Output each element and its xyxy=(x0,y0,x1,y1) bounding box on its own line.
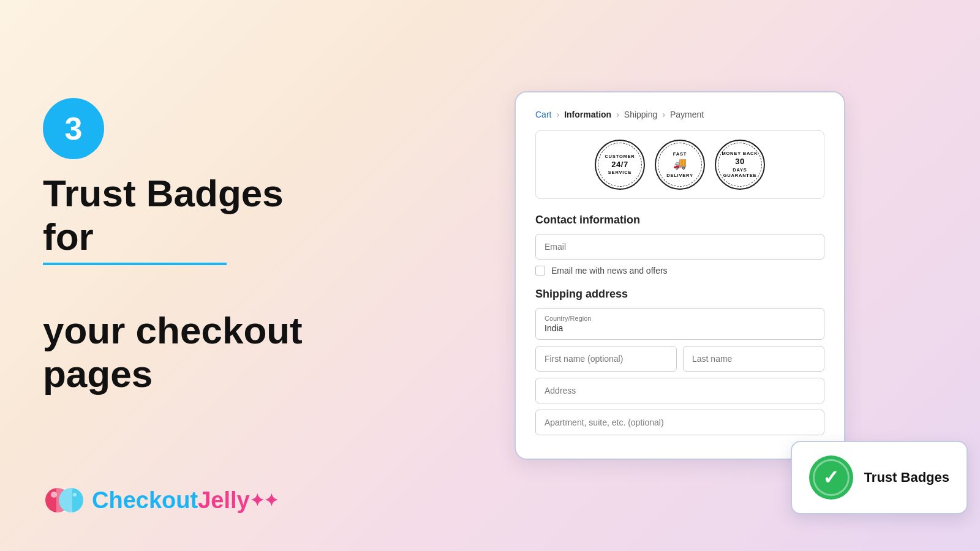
badge1-line2: 24/7 xyxy=(611,160,628,170)
address-field[interactable] xyxy=(535,378,824,403)
badge-money-back: MONEY BACK 30 DAYS GUARANTEE xyxy=(715,140,765,190)
badge3-line3: DAYS xyxy=(733,167,747,173)
checkout-card: Cart › Information › Shipping › Payment … xyxy=(514,91,845,460)
svg-point-3 xyxy=(51,492,57,498)
logo-dots: ✦✦ xyxy=(250,490,278,511)
right-panel: Cart › Information › Shipping › Payment … xyxy=(404,0,980,551)
svg-rect-2 xyxy=(56,488,72,512)
country-value: India xyxy=(545,323,815,333)
step-number-text: 3 xyxy=(65,110,83,147)
contact-section-title: Contact information xyxy=(535,214,824,227)
trust-badge-card: ✓ Trust Badges xyxy=(791,441,968,514)
country-label: Country/Region xyxy=(545,315,815,322)
apartment-field[interactable] xyxy=(535,410,824,435)
trust-badge-green-icon: ✓ xyxy=(809,455,853,500)
left-panel: 3 Trust Badges for your checkout pages C… xyxy=(0,0,404,551)
last-name-field[interactable] xyxy=(683,346,824,372)
checkmark-icon: ✓ xyxy=(823,466,839,489)
country-field[interactable]: Country/Region India xyxy=(535,308,824,340)
title-line2: your checkout xyxy=(43,309,303,351)
newsletter-label: Email me with news and offers xyxy=(551,266,668,276)
logo-checkout-text: Checkout xyxy=(92,487,198,514)
badge1-line3: SERVICE xyxy=(608,170,631,176)
svg-point-4 xyxy=(73,493,77,497)
badge2-line1: FAST xyxy=(673,151,687,157)
logo-jelly-text: Jelly xyxy=(198,487,250,514)
badge-customer-service: CUSTOMER 24/7 SERVICE xyxy=(595,140,645,190)
breadcrumb-information: Information xyxy=(564,110,611,119)
title-underline xyxy=(43,263,227,265)
step-number-badge: 3 xyxy=(43,98,104,159)
email-field[interactable] xyxy=(535,234,824,260)
breadcrumb-sep-2: › xyxy=(616,110,619,119)
breadcrumb-payment: Payment xyxy=(670,110,704,119)
trust-badges-row: CUSTOMER 24/7 SERVICE FAST 🚚 DELIVERY MO… xyxy=(535,130,824,199)
logo-text: Checkout Jelly✦✦ xyxy=(92,487,278,514)
breadcrumb-shipping: Shipping xyxy=(624,110,658,119)
shipping-section-title: Shipping address xyxy=(535,288,824,301)
breadcrumb-cart[interactable]: Cart xyxy=(535,110,551,119)
newsletter-row[interactable]: Email me with news and offers xyxy=(535,266,824,276)
first-name-field[interactable] xyxy=(535,346,677,372)
badge1-line1: CUSTOMER xyxy=(605,154,635,160)
logo-pill-icon xyxy=(43,486,86,514)
brand-logo: Checkout Jelly✦✦ xyxy=(43,486,278,514)
title-line3: pages xyxy=(43,353,153,395)
badge3-line1: MONEY BACK xyxy=(722,151,758,157)
breadcrumb: Cart › Information › Shipping › Payment xyxy=(535,110,824,119)
trust-badge-label: Trust Badges xyxy=(864,470,949,485)
newsletter-checkbox[interactable] xyxy=(535,266,545,276)
badge-fast-delivery: FAST 🚚 DELIVERY xyxy=(655,140,705,190)
breadcrumb-sep-1: › xyxy=(556,110,559,119)
name-field-group xyxy=(535,346,824,372)
title-line1: Trust Badges for xyxy=(43,172,284,258)
badge3-line4: GUARANTEE xyxy=(723,173,757,179)
badge2-truck-icon: 🚚 xyxy=(673,157,687,171)
badge2-line3: DELIVERY xyxy=(666,173,693,179)
badge3-line2: 30 xyxy=(735,157,744,167)
main-title: Trust Badges for your checkout pages xyxy=(43,171,337,395)
breadcrumb-sep-3: › xyxy=(662,110,665,119)
